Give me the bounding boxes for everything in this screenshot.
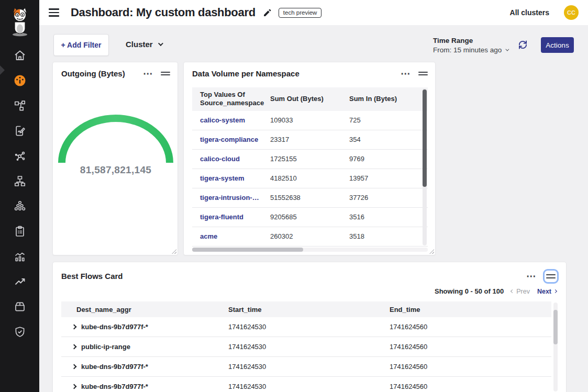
card-resize-handle[interactable]: [172, 249, 176, 254]
hamburger-menu-icon[interactable]: [49, 8, 59, 16]
start-time-value: 1741624530: [228, 323, 390, 331]
tech-preview-badge: tech preview: [279, 8, 322, 18]
data-volume-table: Top Values Of Source_namespace Sum Out (…: [192, 87, 428, 247]
report-edit-icon[interactable]: [14, 125, 26, 137]
calico-cat-logo[interactable]: [9, 6, 31, 37]
card-title: Data Volume per Namespace: [192, 69, 397, 78]
card-menu-icon[interactable]: ⋯: [397, 71, 414, 76]
start-time-value: 1741624530: [228, 343, 390, 351]
row-expand-chevron-icon[interactable]: [72, 344, 77, 350]
actions-button[interactable]: Actions: [541, 37, 574, 53]
next-label: Next: [537, 288, 551, 295]
chevron-down-icon: [506, 48, 509, 51]
cluster-filter-label: Cluster: [126, 40, 153, 49]
prev-label: Prev: [516, 288, 530, 295]
sidebar: [0, 0, 39, 392]
best-flows-table: Dest_name_aggr Start_time End_time kube-…: [61, 301, 551, 392]
statistics-icon[interactable]: [14, 250, 26, 263]
page-title: Dashboard: My custom dashboard: [71, 6, 256, 19]
sum-out-value: 109033: [262, 116, 341, 124]
network-tree-icon[interactable]: [14, 175, 26, 187]
pagination: Showing 0 - 50 of 100 Prev Next: [435, 287, 557, 295]
column-header: Top Values Of Source_namespace: [192, 91, 262, 108]
column-header: Start_time: [228, 306, 390, 313]
clusters-icon[interactable]: [14, 200, 26, 212]
scrollbar-thumb[interactable]: [553, 310, 558, 344]
column-header: Dest_name_aggr: [61, 306, 228, 313]
time-range-from-selector[interactable]: From: 15 minutes ago: [433, 46, 508, 54]
card-drag-handle-icon[interactable]: [418, 72, 428, 76]
horizontal-scrollbar[interactable]: [192, 248, 428, 252]
home-icon[interactable]: [14, 49, 26, 62]
trending-icon[interactable]: [14, 275, 26, 288]
security-shield-icon[interactable]: [14, 326, 26, 338]
cluster-scope-selector[interactable]: All clusters: [510, 8, 549, 17]
card-drag-handle-focused[interactable]: [543, 269, 559, 284]
dashboards-icon-active[interactable]: [14, 74, 26, 87]
namespace-link[interactable]: tigera-fluentd: [192, 213, 262, 221]
column-header: Sum In (Bytes): [341, 95, 428, 103]
start-time-value: 1741624530: [228, 363, 390, 371]
scrollbar-thumb[interactable]: [192, 248, 303, 252]
packages-icon[interactable]: [14, 300, 26, 313]
card-menu-icon[interactable]: ⋯: [140, 71, 157, 76]
table-row: calico-system 109033 725: [192, 111, 428, 130]
row-expand-chevron-icon[interactable]: [72, 364, 77, 369]
sidebar-notch: [0, 65, 5, 75]
card-drag-handle-icon[interactable]: [161, 72, 170, 76]
chevron-right-icon: [553, 289, 557, 293]
namespace-link[interactable]: acme: [192, 232, 262, 240]
table-header-row: Top Values Of Source_namespace Sum Out (…: [192, 87, 428, 111]
namespace-link[interactable]: tigera-system: [192, 174, 262, 182]
refresh-icon[interactable]: [517, 39, 528, 50]
time-range-block: Time Range From: 15 minutes ago: [433, 37, 508, 54]
connections-icon[interactable]: [14, 150, 26, 162]
sum-in-value: 3518: [341, 232, 428, 240]
user-avatar[interactable]: CC: [564, 5, 579, 20]
table-header-row: Dest_name_aggr Start_time End_time: [61, 301, 551, 317]
pagination-prev-button[interactable]: Prev: [511, 288, 530, 295]
end-time-value: 1741624560: [390, 343, 551, 351]
sum-in-value: 9769: [341, 155, 428, 163]
row-expand-chevron-icon[interactable]: [72, 324, 77, 330]
vertical-scrollbar[interactable]: [553, 303, 558, 391]
end-time-value: 1741624560: [390, 323, 551, 331]
edit-dashboard-icon[interactable]: [263, 8, 272, 17]
namespace-link[interactable]: calico-cloud: [192, 155, 262, 163]
sum-out-value: 1725155: [262, 155, 341, 163]
table-row: kube-dns-9b7d977f-* 1741624530 174162456…: [61, 317, 551, 337]
sum-in-value: 13957: [341, 174, 428, 182]
column-header: Sum Out (Bytes): [262, 95, 341, 103]
namespace-link[interactable]: tigera-compliance: [192, 136, 262, 143]
end-time-value: 1741624560: [390, 363, 551, 371]
card-drag-handle-icon[interactable]: [546, 274, 556, 278]
time-range-from-value: From: 15 minutes ago: [433, 46, 502, 54]
column-header: End_time: [390, 306, 551, 313]
time-range-label: Time Range: [433, 37, 508, 44]
service-graph-icon[interactable]: [14, 99, 26, 112]
table-row: calico-cloud 1725155 9769: [192, 150, 428, 169]
sum-out-value: 51552638: [262, 194, 341, 201]
row-expand-chevron-icon[interactable]: [72, 384, 77, 389]
pagination-next-button[interactable]: Next: [537, 288, 557, 295]
namespace-link[interactable]: calico-system: [192, 116, 262, 124]
card-resize-handle[interactable]: [429, 249, 434, 254]
gauge-value: 81,587,821,145: [53, 164, 179, 176]
namespace-link[interactable]: tigera-intrusion-d…: [192, 194, 262, 201]
vertical-scrollbar[interactable]: [423, 88, 427, 245]
sum-in-value: 3516: [341, 213, 428, 221]
compliance-clipboard-icon[interactable]: [14, 225, 26, 238]
add-filter-button[interactable]: + Add Filter: [53, 34, 109, 56]
cluster-filter-dropdown[interactable]: Cluster: [126, 40, 162, 49]
card-menu-icon[interactable]: ⋯: [523, 274, 540, 279]
sum-in-value: 37726: [341, 194, 428, 201]
table-row: tigera-intrusion-d… 51552638 37726: [192, 188, 428, 208]
dest-name-value: public-ip-range: [81, 343, 130, 351]
outgoing-bytes-card: Outgoing (Bytes) ⋯ 81,587,821,145: [52, 62, 178, 255]
gauge-chart: [53, 104, 179, 169]
dest-name-value: kube-dns-9b7d977f-*: [81, 383, 148, 390]
table-row: public-ip-range 1741624530 1741624560: [61, 337, 551, 357]
table-row: tigera-fluentd 9205685 3516: [192, 208, 428, 227]
scrollbar-thumb[interactable]: [423, 89, 427, 187]
best-flows-card: Best Flows Card ⋯ Showing 0 - 50 of 100 …: [52, 262, 567, 392]
